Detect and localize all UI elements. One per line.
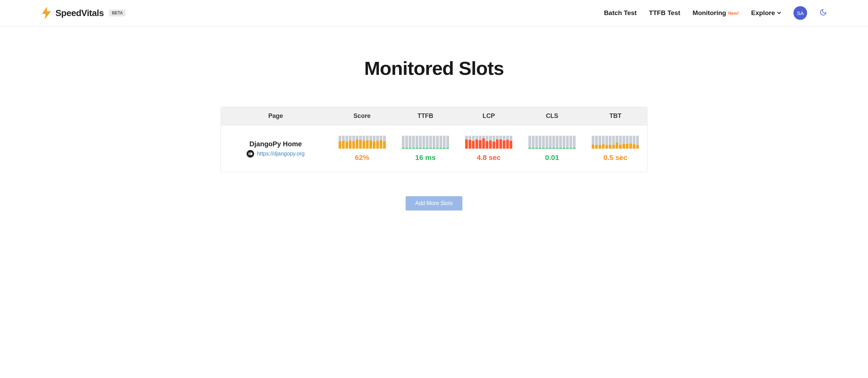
page-name: DjangoPy Home xyxy=(249,140,302,148)
main: Monitored Slots Page Score TTFB LCP CLS … xyxy=(215,57,653,211)
col-tbt: TBT xyxy=(584,107,647,125)
chevron-down-icon xyxy=(777,12,781,14)
ttfb-value: 16 ms xyxy=(415,153,436,162)
col-page: Page xyxy=(221,107,330,125)
page-url-row: https://djangopy.org xyxy=(247,150,304,158)
page-title: Monitored Slots xyxy=(221,57,647,79)
spark-cls xyxy=(528,136,576,149)
avatar[interactable]: SA xyxy=(793,6,807,20)
metric-ttfb: 16 ms xyxy=(394,136,457,162)
nav-monitoring-label: Monitoring xyxy=(693,9,726,17)
bolt-icon xyxy=(41,6,52,19)
table-header: Page Score TTFB LCP CLS TBT xyxy=(221,107,647,125)
lcp-value: 4.8 sec xyxy=(477,153,501,162)
table-row[interactable]: DjangoPy Home https://djangopy.org 62% 1… xyxy=(221,125,647,172)
page-cell: DjangoPy Home https://djangopy.org xyxy=(221,136,330,162)
nav-monitoring[interactable]: Monitoring New! xyxy=(693,9,739,17)
add-more-slots-button[interactable]: Add More Slots xyxy=(406,196,462,211)
col-score: Score xyxy=(330,107,394,125)
metric-cls: 0.01 xyxy=(521,136,584,162)
cls-value: 0.01 xyxy=(545,153,559,162)
nav: Batch Test TTFB Test Monitoring New! Exp… xyxy=(604,6,827,20)
moon-icon xyxy=(819,9,827,16)
spark-lcp xyxy=(465,136,512,149)
logo[interactable]: SpeedVitals BETA xyxy=(41,6,126,19)
nav-ttfb-test[interactable]: TTFB Test xyxy=(649,9,680,17)
beta-badge: BETA xyxy=(109,10,126,16)
svg-point-2 xyxy=(248,152,251,155)
tbt-value: 0.5 sec xyxy=(603,153,627,162)
col-ttfb: TTFB xyxy=(394,107,457,125)
col-lcp: LCP xyxy=(457,107,520,125)
metric-tbt: 0.5 sec xyxy=(584,136,647,162)
header: SpeedVitals BETA Batch Test TTFB Test Mo… xyxy=(0,0,868,26)
nav-batch-test[interactable]: Batch Test xyxy=(604,9,637,17)
favicon-icon xyxy=(247,150,254,158)
new-tag: New! xyxy=(728,11,739,16)
spark-score xyxy=(339,136,386,149)
spark-tbt xyxy=(592,136,639,149)
page-url[interactable]: https://djangopy.org xyxy=(257,151,304,157)
nav-explore-label: Explore xyxy=(751,9,775,17)
metric-score: 62% xyxy=(330,136,394,162)
theme-toggle[interactable] xyxy=(819,9,827,17)
add-button-wrap: Add More Slots xyxy=(221,196,647,211)
brand-text: SpeedVitals xyxy=(55,8,104,18)
slots-table: Page Score TTFB LCP CLS TBT DjangoPy Hom… xyxy=(221,107,647,172)
spark-ttfb xyxy=(402,136,449,149)
col-cls: CLS xyxy=(521,107,584,125)
nav-explore[interactable]: Explore xyxy=(751,9,781,17)
metric-lcp: 4.8 sec xyxy=(457,136,520,162)
score-value: 62% xyxy=(355,153,369,162)
